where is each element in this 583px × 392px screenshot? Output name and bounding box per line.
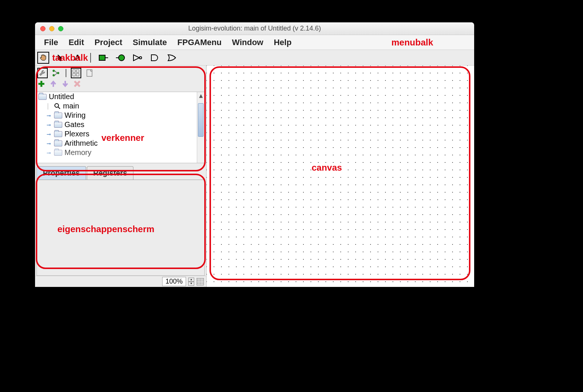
input-pin-tool-button[interactable]: [98, 52, 110, 64]
folder-icon: [54, 150, 62, 156]
tab-properties[interactable]: Properties: [37, 166, 86, 180]
menu-fpgamenu[interactable]: FPGAMenu: [172, 36, 227, 49]
tree-item-label: main: [63, 102, 79, 110]
layout-grid-icon: [72, 69, 80, 77]
window-title: Logisim-evolution: main of Untitled (v 2…: [35, 25, 474, 32]
svg-rect-0: [99, 55, 105, 60]
cursor-arrow-icon: [57, 54, 64, 62]
properties-tabs: Properties Registers: [37, 166, 205, 180]
folder-icon: [54, 140, 62, 146]
wrench-icon: [38, 69, 47, 77]
disclosure-closed-icon: ⊸: [47, 113, 52, 118]
poke-tool-button[interactable]: [37, 52, 49, 64]
toolbar: A: [35, 50, 474, 66]
tree-item-arithmetic[interactable]: ⊸ Arithmetic: [37, 139, 204, 148]
svg-line-14: [58, 107, 60, 109]
svg-rect-8: [73, 70, 75, 72]
tree-icon: [52, 69, 60, 77]
tree-item-label: Wiring: [64, 111, 86, 120]
select-tool-button[interactable]: [54, 52, 66, 64]
output-pin-tool-button[interactable]: [115, 52, 127, 64]
svg-point-5: [53, 70, 55, 72]
delete-circuit-button[interactable]: [73, 80, 81, 89]
svg-point-6: [53, 74, 55, 76]
tree-root-label: Untitled: [49, 92, 74, 101]
tree-item-wiring[interactable]: ⊸ Wiring: [37, 111, 204, 120]
folder-icon: [54, 113, 62, 118]
svg-point-13: [55, 104, 59, 107]
design-canvas[interactable]: [207, 66, 474, 287]
disclosure-closed-icon: ⊸: [47, 122, 52, 128]
tree-item-plexers[interactable]: ⊸ Plexers: [37, 129, 204, 139]
folder-icon: [54, 131, 62, 137]
annotation-menubalk: menubalk: [391, 37, 433, 48]
simulation-view-button[interactable]: [51, 68, 61, 78]
main-area: Untitled │ main ⊸ Wiring ⊸ Ga: [35, 66, 474, 287]
svg-point-7: [57, 72, 59, 74]
add-circuit-button[interactable]: [37, 80, 45, 89]
left-panel: Untitled │ main ⊸ Wiring ⊸ Ga: [35, 66, 207, 287]
zoom-up-icon[interactable]: ▴: [188, 278, 194, 282]
disclosure-closed-icon: ⊸: [47, 150, 52, 156]
poke-hand-icon: [39, 53, 48, 62]
or-gate-tool-button[interactable]: [166, 52, 178, 64]
tree-branch-icon: │: [47, 103, 52, 109]
move-up-button[interactable]: [49, 80, 57, 89]
not-gate-tool-button[interactable]: [132, 52, 144, 64]
svg-point-4: [139, 57, 142, 59]
properties-panel: [37, 180, 205, 276]
tree-root[interactable]: Untitled: [37, 92, 204, 101]
explorer-separator: [66, 69, 66, 77]
disclosure-closed-icon: ⊸: [47, 131, 52, 137]
menu-help[interactable]: Help: [268, 36, 297, 49]
svg-point-2: [119, 55, 125, 61]
arrow-down-icon: [61, 80, 69, 88]
scroll-up-icon[interactable]: ▴: [197, 92, 204, 99]
svg-rect-11: [76, 73, 79, 76]
folder-icon: [38, 94, 47, 100]
tree-item-main[interactable]: │ main: [37, 101, 204, 111]
menu-edit[interactable]: Edit: [63, 36, 89, 49]
toolbox-view-button[interactable]: [37, 68, 48, 78]
scroll-thumb[interactable]: [198, 103, 204, 137]
tree-item-label: Plexers: [64, 130, 89, 138]
not-gate-icon: [133, 54, 143, 61]
explorer-tree[interactable]: Untitled │ main ⊸ Wiring ⊸ Ga: [37, 92, 205, 163]
tree-item-label: Memory: [64, 148, 91, 157]
menu-project[interactable]: Project: [89, 36, 127, 49]
toolbar-separator: [90, 53, 91, 63]
or-gate-icon: [167, 54, 177, 62]
appearance-view-button[interactable]: [71, 68, 81, 78]
move-down-button[interactable]: [61, 80, 69, 89]
svg-rect-10: [73, 73, 75, 76]
zoom-value[interactable]: 100%: [162, 277, 186, 286]
application-window: Logisim-evolution: main of Untitled (v 2…: [35, 22, 474, 287]
and-gate-tool-button[interactable]: [149, 52, 161, 64]
menu-window[interactable]: Window: [227, 36, 268, 49]
tree-item-memory[interactable]: ⊸ Memory: [37, 148, 204, 157]
text-tool-button[interactable]: A: [72, 52, 83, 64]
letter-a-icon: A: [74, 53, 81, 63]
input-pin-icon: [99, 54, 108, 61]
tree-scrollbar[interactable]: ▴: [197, 92, 204, 163]
page-icon: [85, 69, 94, 77]
folder-icon: [54, 122, 62, 128]
grid-toggle-button[interactable]: [196, 278, 204, 285]
menu-simulate[interactable]: Simulate: [127, 36, 172, 49]
menu-file[interactable]: File: [39, 36, 63, 49]
zoom-down-icon[interactable]: ▾: [188, 282, 194, 286]
zoom-bar: 100% ▴ ▾: [35, 276, 206, 287]
tab-registers[interactable]: Registers: [87, 166, 133, 180]
cross-icon: [73, 80, 81, 88]
and-gate-icon: [150, 54, 160, 62]
explorer-view-toolbar: [35, 66, 206, 79]
output-pin-icon: [116, 54, 126, 62]
tree-item-label: Gates: [64, 120, 84, 129]
layout-view-button[interactable]: [84, 68, 95, 78]
arrow-up-icon: [49, 80, 57, 88]
zoom-spinner[interactable]: ▴ ▾: [188, 278, 194, 286]
plus-icon: [37, 80, 45, 88]
tree-item-gates[interactable]: ⊸ Gates: [37, 120, 204, 129]
magnifier-icon: [54, 103, 61, 110]
tree-item-label: Arithmetic: [64, 139, 98, 148]
